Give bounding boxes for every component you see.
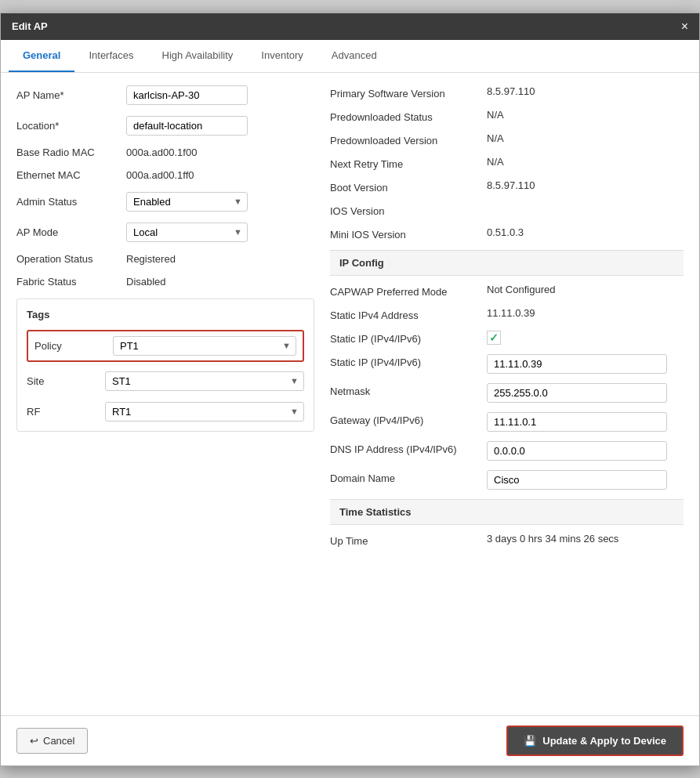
primary-sw-row: Primary Software Version 8.5.97.110 <box>330 85 684 100</box>
static-ip-checkbox-row: Static IP (IPv4/IPv6) <box>330 331 684 345</box>
predownloaded-status-label: Predownloaded Status <box>330 109 487 123</box>
tags-section: Tags Policy PT1 ▼ Site ST1 <box>16 299 314 432</box>
boot-version-label: Boot Version <box>330 179 487 194</box>
modal-footer: ↩ Cancel 💾 Update & Apply to Device <box>1 715 699 765</box>
location-label: Location* <box>16 120 126 132</box>
predownloaded-status-row: Predownloaded Status N/A <box>330 109 684 123</box>
mini-ios-label: Mini IOS Version <box>330 226 487 241</box>
cancel-label: Cancel <box>43 735 74 747</box>
static-ipv4-label: Static IPv4 Address <box>330 307 487 321</box>
next-retry-value: N/A <box>487 156 504 168</box>
tab-bar: General Interfaces High Availability Inv… <box>1 40 699 73</box>
netmask-input[interactable] <box>487 383 667 403</box>
tab-inventory[interactable]: Inventory <box>247 40 317 72</box>
predownloaded-version-label: Predownloaded Version <box>330 132 487 147</box>
policy-select-wrapper[interactable]: PT1 ▼ <box>113 336 296 356</box>
mini-ios-row: Mini IOS Version 0.51.0.3 <box>330 226 684 241</box>
ap-name-input[interactable] <box>126 85 248 105</box>
tags-title: Tags <box>27 309 304 320</box>
admin-status-arrow-icon: ▼ <box>229 197 247 206</box>
update-apply-button[interactable]: 💾 Update & Apply to Device <box>506 726 684 756</box>
netmask-label: Netmask <box>330 383 487 397</box>
site-label: Site <box>27 375 105 387</box>
static-ip-checkbox[interactable] <box>487 331 501 345</box>
admin-status-label: Admin Status <box>16 196 126 208</box>
gateway-input[interactable] <box>487 412 667 432</box>
tab-interfaces[interactable]: Interfaces <box>74 40 147 72</box>
predownloaded-version-value: N/A <box>487 132 504 144</box>
ap-mode-select-wrapper[interactable]: Local FlexConnect Monitor ▼ <box>126 223 248 242</box>
rf-row: RF RT1 ▼ <box>27 402 304 422</box>
ap-mode-row: AP Mode Local FlexConnect Monitor ▼ <box>16 223 314 242</box>
uptime-row: Up Time 3 days 0 hrs 34 mins 26 secs <box>330 533 684 547</box>
next-retry-label: Next Retry Time <box>330 156 487 170</box>
uptime-label: Up Time <box>330 533 487 547</box>
capwap-value: Not Configured <box>487 284 555 295</box>
ethernet-mac-label: Ethernet MAC <box>16 169 126 181</box>
update-label: Update & Apply to Device <box>542 735 666 747</box>
netmask-row: Netmask <box>330 383 684 403</box>
location-row: Location* <box>16 116 314 136</box>
dns-input[interactable] <box>487 441 667 461</box>
rf-select[interactable]: RT1 <box>106 403 285 421</box>
next-retry-row: Next Retry Time N/A <box>330 156 684 170</box>
ap-mode-select[interactable]: Local FlexConnect Monitor <box>127 223 229 241</box>
operation-status-row: Operation Status Registered <box>16 253 314 265</box>
base-radio-mac-value: 000a.ad00.1f00 <box>126 147 197 158</box>
site-arrow-icon: ▼ <box>285 376 303 385</box>
static-ip-input-row: Static IP (IPv4/IPv6) <box>330 354 684 374</box>
admin-status-row: Admin Status Enabled Disabled ▼ <box>16 192 314 212</box>
capwap-row: CAPWAP Preferred Mode Not Configured <box>330 284 684 298</box>
rf-select-wrapper[interactable]: RT1 ▼ <box>105 402 304 422</box>
ap-mode-label: AP Mode <box>16 226 126 238</box>
primary-sw-value: 8.5.97.110 <box>487 85 535 97</box>
cancel-button[interactable]: ↩ Cancel <box>16 728 88 754</box>
left-column: AP Name* Location* Base Radio MAC 000a.a… <box>16 85 314 703</box>
static-ip-input[interactable] <box>487 354 667 374</box>
ios-version-label: IOS Version <box>330 203 487 217</box>
static-ip-checkbox-label: Static IP (IPv4/IPv6) <box>330 331 487 345</box>
operation-status-label: Operation Status <box>16 253 126 265</box>
fabric-status-value: Disabled <box>126 276 166 288</box>
operation-status-value: Registered <box>126 253 176 265</box>
location-input[interactable] <box>126 116 248 136</box>
right-column: Primary Software Version 8.5.97.110 Pred… <box>330 85 684 703</box>
gateway-label: Gateway (IPv4/IPv6) <box>330 412 487 426</box>
ap-name-label: AP Name* <box>16 89 126 101</box>
tab-general[interactable]: General <box>9 40 74 72</box>
ip-config-header: IP Config <box>330 250 684 276</box>
admin-status-select[interactable]: Enabled Disabled <box>127 193 229 211</box>
base-radio-mac-label: Base Radio MAC <box>16 147 126 158</box>
fabric-status-row: Fabric Status Disabled <box>16 276 314 288</box>
modal-body: AP Name* Location* Base Radio MAC 000a.a… <box>1 73 699 715</box>
static-ip-input-label: Static IP (IPv4/IPv6) <box>330 354 487 368</box>
tab-high-availability[interactable]: High Availability <box>148 40 248 72</box>
boot-version-value: 8.5.97.110 <box>487 179 535 191</box>
tab-advanced[interactable]: Advanced <box>317 40 391 72</box>
predownloaded-version-row: Predownloaded Version N/A <box>330 132 684 147</box>
close-button[interactable]: × <box>681 20 688 34</box>
domain-label: Domain Name <box>330 470 487 484</box>
ethernet-mac-row: Ethernet MAC 000a.ad00.1ff0 <box>16 169 314 181</box>
save-icon: 💾 <box>524 735 536 747</box>
edit-ap-modal: Edit AP × General Interfaces High Availa… <box>0 13 700 766</box>
modal-title: Edit AP <box>12 20 48 32</box>
dns-label: DNS IP Address (IPv4/IPv6) <box>330 441 487 455</box>
domain-row: Domain Name <box>330 470 684 490</box>
dns-row: DNS IP Address (IPv4/IPv6) <box>330 441 684 461</box>
modal-header: Edit AP × <box>1 13 699 40</box>
static-ipv4-row: Static IPv4 Address 11.11.0.39 <box>330 307 684 321</box>
domain-input[interactable] <box>487 470 667 490</box>
policy-arrow-icon: ▼ <box>277 341 296 350</box>
time-stats-header: Time Statistics <box>330 499 684 525</box>
admin-status-select-wrapper[interactable]: Enabled Disabled ▼ <box>126 192 248 212</box>
predownloaded-status-value: N/A <box>487 109 504 121</box>
policy-select[interactable]: PT1 <box>114 337 277 355</box>
site-select[interactable]: ST1 <box>106 372 285 390</box>
fabric-status-label: Fabric Status <box>16 276 126 288</box>
mini-ios-value: 0.51.0.3 <box>487 226 524 238</box>
site-select-wrapper[interactable]: ST1 ▼ <box>105 371 304 391</box>
policy-row: Policy PT1 ▼ <box>27 330 304 362</box>
boot-version-row: Boot Version 8.5.97.110 <box>330 179 684 194</box>
rf-label: RF <box>27 406 105 418</box>
